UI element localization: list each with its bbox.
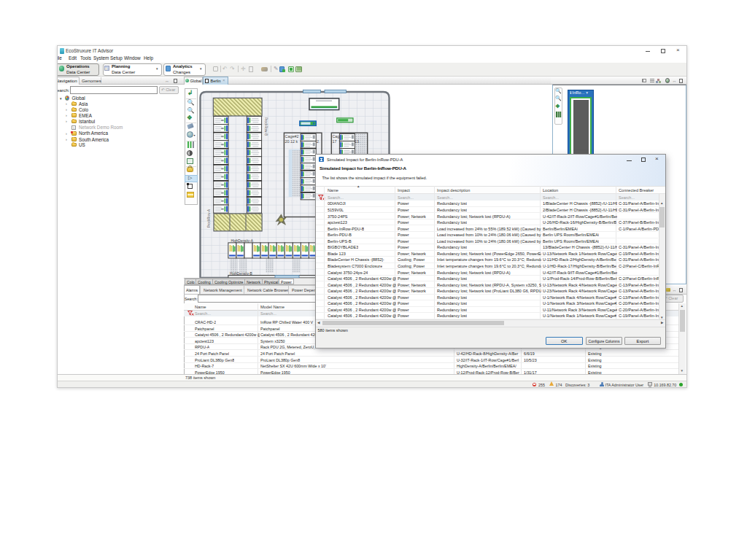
svg-text:Prod-Row-A: Prod-Row-A <box>207 209 211 228</box>
svg-text:HighDensity-A: HighDensity-A <box>231 239 253 243</box>
svg-text:20.12 k: 20.12 k <box>285 139 298 144</box>
svg-text:Prod-Row-B: Prod-Row-B <box>264 117 268 136</box>
svg-text:2.: 2. <box>317 139 320 144</box>
svg-text:Cage#2: Cage#2 <box>285 134 299 139</box>
svg-text:17: 17 <box>332 139 336 144</box>
svg-text:HighDensity-B: HighDensity-B <box>230 272 252 276</box>
svg-text:13.: 13. <box>355 139 360 144</box>
